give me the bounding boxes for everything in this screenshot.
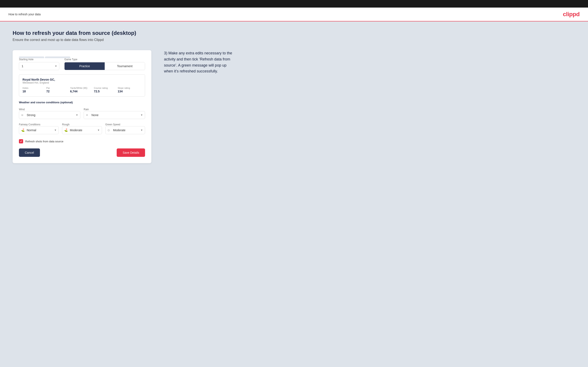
fairway-select-wrapper: ⛳ Dry Normal Wet ▼ (19, 126, 59, 134)
game-type-toggle: Practice Tournament (64, 62, 145, 70)
refresh-checkbox-label: Refresh shots from data source (25, 140, 63, 143)
instruction-text: 3) Make any extra edits necessary to the… (164, 50, 235, 74)
page-title: How to refresh your data from source (de… (13, 30, 575, 36)
refresh-checkbox[interactable] (19, 139, 23, 143)
green-speed-select[interactable]: Slow Medium Moderate Fast (105, 126, 145, 134)
holes-stat: Holes 18 (23, 87, 46, 93)
slope-rating-value: 134 (118, 90, 141, 93)
save-button[interactable]: Save Details (117, 149, 145, 157)
yards-label: Yards/White (M)) (70, 87, 94, 89)
logo: clippd (563, 11, 579, 18)
course-location: Westward Ho!, England (23, 81, 141, 84)
yards-stat: Yards/White (M)) 6,744 (70, 87, 94, 93)
conditions-row-2: Fairway Conditions ⛳ Dry Normal Wet ▼ Ro… (19, 122, 145, 134)
tournament-button[interactable]: Tournament (105, 62, 145, 70)
weather-section-title: Weather and course conditions (optional) (19, 101, 145, 104)
rough-select[interactable]: None Light Moderate Heavy (62, 126, 102, 134)
starting-hole-group: Starting Hole 1 10 ▼ (19, 58, 59, 70)
conditions-row-1: Wind ≋ None Light Moderate Strong ▼ Rain (19, 107, 145, 119)
game-type-group: Game Type Practice Tournament (64, 58, 145, 70)
rain-select-wrapper: ✦ None Light Moderate Heavy ▼ (84, 111, 145, 119)
rough-label: Rough (62, 123, 69, 126)
starting-hole-label: Starting Hole (19, 58, 59, 61)
main-content: How to refresh your data from source (de… (0, 21, 588, 367)
wind-select-wrapper: ≋ None Light Moderate Strong ▼ (19, 111, 80, 119)
page-subtitle: Ensure the correct and most up to date d… (13, 38, 575, 42)
starting-hole-select-wrapper: 1 10 ▼ (19, 62, 59, 70)
slope-rating-label: Slope rating (118, 87, 141, 89)
button-row: Cancel Save Details (19, 149, 145, 157)
practice-button[interactable]: Practice (65, 62, 105, 70)
course-stats: Holes 18 Par 72 Yards/White (M)) 6,744 C… (23, 87, 141, 93)
fairway-group: Fairway Conditions ⛳ Dry Normal Wet ▼ (19, 122, 59, 134)
course-rating-value: 72.5 (94, 90, 118, 93)
slope-rating-stat: Slope rating 134 (118, 87, 141, 93)
rough-select-wrapper: ⛳ None Light Moderate Heavy ▼ (62, 126, 102, 134)
course-info-box: Royal North Devon GC, Westward Ho!, Engl… (19, 74, 145, 97)
form-card: Starting Hole 1 10 ▼ Game Type Practice … (13, 50, 151, 163)
course-rating-stat: Course rating 72.5 (94, 87, 118, 93)
rain-label: Rain (84, 108, 89, 111)
rain-group: Rain ✦ None Light Moderate Heavy ▼ (84, 107, 145, 119)
wind-select[interactable]: None Light Moderate Strong (19, 111, 80, 119)
content-area: Starting Hole 1 10 ▼ Game Type Practice … (13, 50, 575, 163)
green-speed-label: Green Speed (105, 123, 120, 126)
header-title: How to refresh your data (9, 13, 41, 16)
course-name: Royal North Devon GC, (23, 78, 141, 81)
cancel-button[interactable]: Cancel (19, 149, 40, 157)
par-label: Par (46, 87, 70, 89)
rough-group: Rough ⛳ None Light Moderate Heavy ▼ (62, 122, 102, 134)
game-type-label: Game Type (64, 58, 145, 61)
rain-select[interactable]: None Light Moderate Heavy (84, 111, 145, 119)
green-speed-group: Green Speed ⊙ Slow Medium Moderate Fast … (105, 122, 145, 134)
starting-hole-select[interactable]: 1 10 (19, 62, 59, 70)
refresh-checkbox-row: Refresh shots from data source (19, 139, 145, 143)
course-rating-label: Course rating (94, 87, 118, 89)
par-value: 72 (46, 90, 70, 93)
header: How to refresh your data clippd (0, 8, 588, 21)
holes-value: 18 (23, 90, 46, 93)
yards-value: 6,744 (70, 90, 94, 93)
par-stat: Par 72 (46, 87, 70, 93)
fairway-select[interactable]: Dry Normal Wet (19, 126, 59, 134)
green-speed-select-wrapper: ⊙ Slow Medium Moderate Fast ▼ (105, 126, 145, 134)
wind-group: Wind ≋ None Light Moderate Strong ▼ (19, 107, 80, 119)
form-row-top: Starting Hole 1 10 ▼ Game Type Practice … (19, 58, 145, 70)
wind-label: Wind (19, 108, 25, 111)
holes-label: Holes (23, 87, 46, 89)
instruction-panel: 3) Make any extra edits necessary to the… (164, 50, 235, 74)
top-bar (0, 0, 588, 8)
fairway-label: Fairway Conditions (19, 123, 40, 126)
